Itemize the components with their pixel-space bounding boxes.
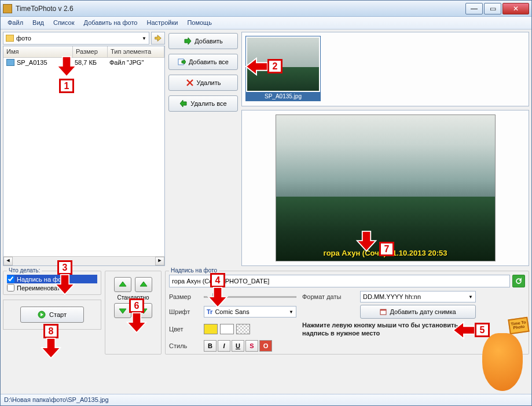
add-all-icon [178,58,186,66]
color-swatch-bg[interactable] [220,324,234,334]
minimize-button[interactable]: — [465,3,483,14]
add-label: Добавить [195,38,223,45]
italic-button[interactable]: I [218,340,230,352]
dateformat-value: DD.MM.YYYY hh:nn [363,293,421,300]
preview-panel: гора Ахун (Сочи) 01.10.2013 20:53 [241,110,529,266]
remove-button[interactable]: Удалить [168,75,238,91]
add-date-label: Добавить дату снимка [390,308,456,315]
size-label: Размер [169,293,198,300]
delete-icon [186,79,194,87]
caption-apply-button[interactable] [512,275,525,287]
option-rename[interactable]: Переименовать [7,283,97,292]
file-list-header: Имя Размер Тип элемента [3,46,164,58]
add-all-label: Добавить все [189,58,229,65]
dateformat-combo[interactable]: DD.MM.YYYY hh:nn ▼ [360,291,476,302]
file-list-scrollbar[interactable]: ◄ ► [3,256,164,265]
file-size: 58,7 КБ [75,59,109,66]
arrow-left-icon [179,99,188,108]
preview-image[interactable]: гора Ахун (Сочи) 01.10.2013 20:53 [276,115,496,261]
caption-group: Надпись на фото Размер Формат даты DD.MM… [165,271,529,355]
style-label: Стиль [169,342,198,349]
slider-knob[interactable] [212,293,218,302]
col-header-type[interactable]: Тип элемента [108,46,164,57]
what-to-do-legend: Что делать: [7,267,42,274]
refresh-icon [515,278,522,285]
window-title: TimeToPhoto v 2.6 [16,5,465,13]
scroll-left-icon[interactable]: ◄ [3,257,13,265]
scroll-track[interactable] [13,257,155,265]
col-header-name[interactable]: Имя [3,46,73,57]
folder-path-label: фото [16,35,31,42]
pos-up-left-button[interactable] [114,277,131,292]
folder-up-button[interactable] [151,32,165,45]
col-header-size[interactable]: Размер [73,46,108,57]
app-icon [3,4,12,13]
outline-button[interactable]: O [259,340,272,352]
remove-all-label: Удалить все [190,100,226,107]
option-caption-label: Надпись на фото [17,276,68,283]
scroll-right-icon[interactable]: ► [155,257,164,265]
rename-checkbox[interactable] [7,284,14,291]
menu-settings[interactable]: Настройки [142,17,182,29]
file-type: Файл "JPG" [109,59,162,66]
caption-text-input[interactable] [169,275,510,287]
folder-icon [6,35,14,42]
underline-button[interactable]: U [232,340,244,352]
file-list[interactable]: Имя Размер Тип элемента SP_A0135 58,7 КБ… [3,46,165,266]
add-all-button[interactable]: Добавить все [168,54,238,70]
mascot-sign: Time To Photo [508,317,529,334]
pos-up-right-button[interactable] [135,277,152,292]
caption-legend: Надпись на фото [169,267,219,274]
chevron-down-icon: ▼ [468,294,473,300]
color-swatch[interactable] [204,324,218,334]
menu-add-to-photo[interactable]: Добавить на фото [79,17,142,29]
menu-file[interactable]: Файл [3,17,28,29]
menu-view[interactable]: Вид [28,17,49,29]
add-date-button[interactable]: Добавить дату снимка [360,305,476,319]
option-caption-on-photo[interactable]: Надпись на фото [7,275,97,283]
color-transparent-button[interactable] [236,324,250,334]
start-button[interactable]: Старт [20,307,84,323]
default-label: Стандартно [117,294,149,301]
play-icon [38,311,46,319]
what-to-do-group: Что делать: Надпись на фото Переименоват… [3,271,101,295]
remove-all-button[interactable]: Удалить все [168,95,238,112]
folder-path-combo[interactable]: фото ▼ [3,32,149,45]
status-text: D:\Новая папка\фото\SP_A0135.jpg [4,396,109,403]
svg-rect-3 [380,309,386,311]
close-button[interactable]: ✕ [502,3,529,14]
app-window: TimeToPhoto v 2.6 — ▭ ✕ Файл Вид Список … [0,0,532,406]
add-button[interactable]: Добавить [168,33,238,49]
calendar-icon [380,308,387,315]
chevron-down-icon: ▼ [289,309,293,315]
pos-down-right-button[interactable] [135,303,152,318]
menu-list[interactable]: Список [49,17,79,29]
font-combo[interactable]: Tr Comic Sans ▼ [204,306,296,318]
arrow-right-icon [184,37,192,45]
pos-down-left-button[interactable] [114,303,131,318]
font-value: Comic Sans [215,308,249,315]
start-panel: Старт [3,300,101,330]
menu-help[interactable]: Помощь [182,17,217,29]
maximize-button[interactable]: ▭ [484,3,501,14]
menubar: Файл Вид Список Добавить на фото Настрой… [1,17,531,29]
hint-text: Нажмите левую кнопку мыши что бы установ… [302,321,476,338]
bold-button[interactable]: B [204,340,217,352]
caption-checkbox[interactable] [7,275,14,283]
titlebar: TimeToPhoto v 2.6 — ▭ ✕ [1,1,531,17]
remove-label: Удалить [197,79,221,86]
size-slider[interactable] [204,291,296,302]
thumbnail-caption: SP_A0135.jpg [246,92,320,101]
color-label: Цвет [169,326,198,333]
option-rename-label: Переименовать [17,285,64,291]
mascot-character: Time To Photo [476,316,529,391]
thumbnail-item[interactable]: SP_A0135.jpg [245,36,321,101]
strike-button[interactable]: S [245,340,258,352]
thumbnail-panel: SP_A0135.jpg [241,32,529,106]
font-glyph-icon: Tr [207,308,212,315]
file-row[interactable]: SP_A0135 58,7 КБ Файл "JPG" [3,58,164,67]
statusbar: D:\Новая папка\фото\SP_A0135.jpg [1,394,531,405]
position-arrows-group: Стандартно [105,271,162,355]
image-file-icon [6,59,14,66]
font-label: Шрифт [169,308,198,315]
